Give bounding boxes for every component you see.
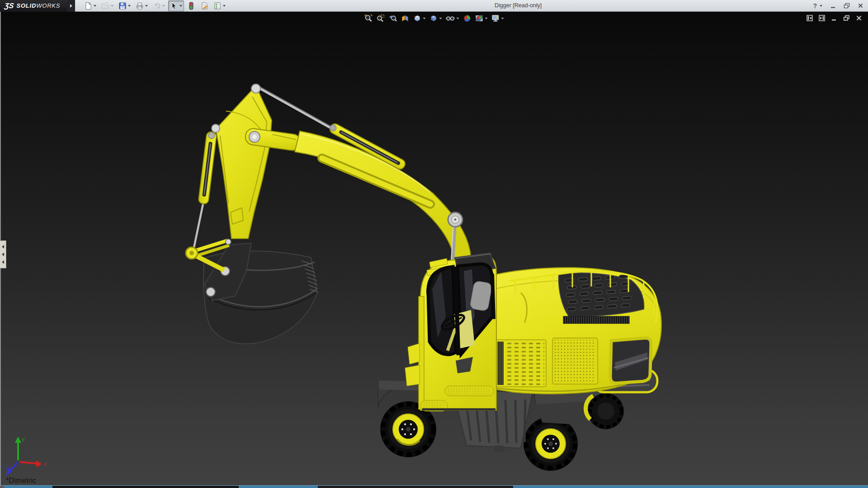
new-document-button[interactable] (82, 0, 98, 11)
menu-flyout-button[interactable] (67, 0, 75, 12)
edit-appearance-button[interactable] (463, 14, 472, 23)
collapse-arrow-icon (2, 253, 4, 256)
view-settings-dropdown-arrow[interactable] (501, 18, 504, 19)
window-title: Digger [Read-only] (495, 0, 542, 11)
undo-icon (153, 2, 161, 10)
window-controls: ? (813, 0, 863, 11)
close-button[interactable] (858, 3, 863, 9)
select-dropdown-arrow[interactable] (179, 5, 182, 7)
collapse-pane-button[interactable] (807, 15, 813, 21)
expand-pane-icon (819, 15, 825, 21)
select-button[interactable] (168, 0, 184, 11)
minimize-button[interactable] (830, 3, 836, 9)
document-close-button[interactable] (856, 15, 862, 21)
solidworks-logo: ƷS SOLIDWORKS (0, 0, 67, 12)
close-icon (858, 3, 863, 9)
side-grille-left (495, 340, 546, 387)
previous-view-button[interactable] (389, 14, 397, 23)
front-flare-lower (405, 365, 420, 386)
flyout-arrow-icon (70, 4, 72, 8)
zoom-to-fit-button[interactable] (364, 14, 373, 23)
zoom-to-fit-icon (364, 14, 373, 23)
edit-appearance-icon (463, 14, 472, 23)
hide-show-items-button[interactable] (446, 14, 459, 23)
save-icon (118, 2, 127, 10)
help-dropdown-arrow[interactable] (820, 5, 822, 7)
help-icon: ? (813, 2, 817, 9)
view-orientation-icon (413, 14, 422, 23)
apply-scene-button[interactable] (475, 14, 488, 23)
help-button[interactable]: ? (813, 2, 822, 9)
open-icon (101, 2, 109, 10)
rear-pillar (492, 274, 494, 319)
print-button[interactable] (134, 0, 150, 11)
y-axis-label: Y (21, 437, 25, 443)
engine-body[interactable] (491, 267, 661, 394)
open-dropdown-arrow[interactable] (111, 5, 113, 7)
new-dropdown-arrow[interactable] (94, 5, 96, 7)
display-style-icon (429, 14, 438, 23)
quick-access-toolbar (82, 0, 227, 11)
view-orientation-button[interactable] (413, 14, 426, 23)
file-properties-button[interactable] (198, 0, 210, 11)
minimize-icon (830, 3, 836, 9)
link-pin (226, 239, 231, 244)
display-style-button[interactable] (429, 14, 442, 23)
rebuild-button[interactable] (185, 0, 197, 11)
taskbar-edge[interactable] (0, 485, 868, 488)
view-settings-icon (491, 14, 500, 23)
hide-show-dropdown-arrow[interactable] (457, 18, 459, 19)
solidworks-logo-mark-icon: ƷS (4, 2, 14, 10)
view-settings-button[interactable] (491, 14, 504, 23)
undo-button[interactable] (151, 0, 167, 11)
stick-arm[interactable] (216, 86, 272, 239)
z-axis-label: Z (5, 465, 9, 471)
collapse-arrow-icon (2, 245, 4, 249)
document-restore-button[interactable] (843, 15, 850, 21)
display-style-dropdown-arrow[interactable] (439, 18, 442, 19)
document-minimize-button[interactable] (831, 15, 837, 21)
model-canvas[interactable]: Y X Z (0, 12, 868, 486)
new-document-icon (84, 2, 92, 10)
brand-works: WORKS (36, 2, 60, 9)
bucket-cylinder[interactable] (194, 129, 217, 248)
bucket-lower-pin (206, 287, 215, 296)
rear-window (610, 338, 651, 383)
graphics-viewport[interactable]: Y X Z (0, 12, 868, 486)
collapse-pane-icon (807, 15, 813, 21)
brand-solid: SOLID (16, 2, 36, 9)
stick-left-pivot (212, 124, 220, 132)
document-minimize-icon (831, 15, 837, 21)
view-orientation-label: *Dimetric (6, 477, 37, 485)
expand-pane-button[interactable] (819, 15, 825, 21)
front-flare-upper (408, 343, 420, 364)
undo-dropdown-arrow[interactable] (162, 5, 165, 7)
side-grille-right (552, 338, 598, 384)
stick-top-pivot (251, 84, 260, 93)
open-button[interactable] (99, 0, 115, 11)
save-dropdown-arrow[interactable] (128, 5, 131, 7)
y-axis-arrow (15, 436, 21, 443)
print-dropdown-arrow[interactable] (145, 5, 148, 7)
collapse-arrow-icon (2, 260, 4, 264)
cab[interactable] (405, 253, 496, 411)
section-view-icon (401, 14, 410, 23)
front-right-wheel[interactable] (524, 417, 578, 471)
zoom-to-area-icon (377, 14, 385, 23)
taskbar-segment (318, 486, 513, 488)
zoom-to-area-button[interactable] (377, 14, 385, 23)
document-restore-icon (843, 15, 850, 21)
hide-show-items-icon (446, 14, 455, 23)
apply-scene-dropdown-arrow[interactable] (485, 18, 488, 19)
options-button[interactable] (212, 0, 227, 11)
rear-wheel[interactable] (586, 393, 624, 429)
options-checklist-icon (213, 2, 222, 10)
feature-manager-collapse-tab[interactable] (0, 240, 6, 268)
previous-view-icon (389, 14, 397, 23)
options-dropdown-arrow[interactable] (223, 5, 226, 7)
save-button[interactable] (117, 0, 132, 11)
section-view-button[interactable] (401, 14, 410, 23)
view-orientation-dropdown-arrow[interactable] (423, 18, 426, 19)
x-axis-arrow (36, 460, 42, 467)
restore-button[interactable] (844, 3, 850, 9)
